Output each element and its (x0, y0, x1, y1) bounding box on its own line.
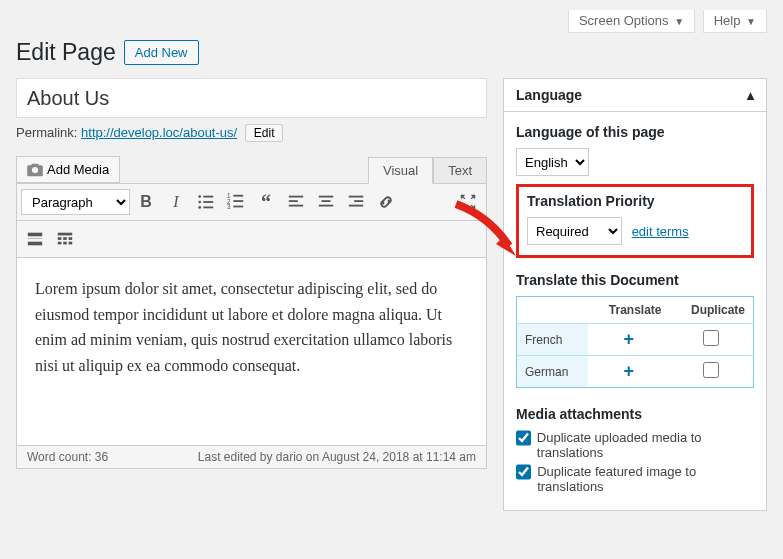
svg-rect-17 (322, 200, 331, 202)
th-duplicate: Duplicate (670, 297, 754, 324)
dup-featured-checkbox[interactable] (516, 464, 531, 480)
editor-toolbar: Paragraph B I 123 “ (16, 183, 487, 221)
format-select[interactable]: Paragraph (21, 189, 130, 215)
bullet-list-icon[interactable] (192, 188, 220, 216)
priority-select[interactable]: Required (527, 217, 622, 245)
duplicate-german-checkbox[interactable] (703, 362, 719, 378)
last-edited: Last edited by dario on August 24, 2018 … (198, 450, 476, 464)
svg-rect-30 (63, 242, 67, 245)
blockquote-icon[interactable]: “ (252, 188, 280, 216)
language-select[interactable]: English (516, 148, 589, 176)
svg-text:3: 3 (227, 203, 231, 210)
svg-rect-20 (354, 200, 363, 202)
svg-rect-8 (233, 195, 243, 197)
translate-german-button[interactable]: + (623, 361, 634, 381)
svg-rect-19 (349, 196, 363, 198)
svg-rect-18 (319, 205, 333, 207)
svg-rect-4 (203, 201, 213, 203)
numbered-list-icon[interactable]: 123 (222, 188, 250, 216)
svg-point-0 (33, 168, 36, 171)
media-attachments-heading: Media attachments (516, 406, 754, 422)
toolbar-toggle-icon[interactable] (51, 225, 79, 253)
edit-terms-link[interactable]: edit terms (632, 224, 689, 239)
screen-options-tab[interactable]: Screen Options ▼ (568, 10, 695, 33)
dup-uploaded-label: Duplicate uploaded media to translations (537, 430, 754, 460)
svg-rect-25 (58, 233, 72, 236)
svg-rect-23 (28, 238, 42, 239)
svg-rect-12 (233, 206, 243, 208)
translate-french-button[interactable]: + (623, 329, 634, 349)
word-count: Word count: 36 (27, 450, 108, 464)
collapse-icon: ▴ (747, 87, 754, 103)
align-right-icon[interactable] (342, 188, 370, 216)
svg-rect-6 (203, 207, 213, 209)
camera-icon (27, 163, 43, 177)
svg-rect-13 (289, 196, 303, 198)
page-title: Edit Page (16, 39, 116, 66)
lang-row-german: German (517, 356, 588, 388)
align-center-icon[interactable] (312, 188, 340, 216)
permalink-label: Permalink: (16, 125, 77, 140)
language-of-page-heading: Language of this page (516, 124, 754, 140)
translation-priority-callout: Translation Priority Required edit terms (516, 184, 754, 258)
svg-rect-22 (28, 233, 42, 237)
annotation-arrow (444, 196, 524, 266)
add-new-button[interactable]: Add New (124, 40, 199, 65)
permalink-edit-button[interactable]: Edit (245, 124, 284, 142)
svg-point-5 (198, 206, 201, 209)
svg-rect-27 (63, 237, 67, 240)
svg-rect-16 (319, 196, 333, 198)
lang-row-french: French (517, 324, 588, 356)
editor-tab-visual[interactable]: Visual (368, 157, 433, 184)
svg-rect-2 (203, 196, 213, 198)
link-icon[interactable] (372, 188, 400, 216)
svg-rect-10 (233, 200, 243, 202)
italic-icon[interactable]: I (162, 188, 190, 216)
language-panel-header[interactable]: Language ▴ (504, 79, 766, 112)
svg-rect-21 (349, 205, 363, 207)
readmore-icon[interactable] (21, 225, 49, 253)
add-media-button[interactable]: Add Media (16, 156, 120, 183)
editor-content[interactable]: Lorem ipsum dolor sit amet, consectetur … (16, 258, 487, 446)
svg-rect-14 (289, 200, 298, 202)
th-translate: Translate (588, 297, 670, 324)
svg-point-1 (198, 195, 201, 198)
svg-rect-26 (58, 237, 62, 240)
title-input[interactable] (16, 78, 487, 118)
bold-icon[interactable]: B (132, 188, 160, 216)
duplicate-french-checkbox[interactable] (703, 330, 719, 346)
dup-featured-label: Duplicate featured image to translations (537, 464, 754, 494)
svg-rect-24 (28, 242, 42, 246)
editor-tab-text[interactable]: Text (433, 157, 487, 183)
svg-rect-29 (58, 242, 62, 245)
svg-point-3 (198, 201, 201, 204)
permalink-url[interactable]: http://develop.loc/about-us/ (81, 125, 237, 140)
svg-rect-15 (289, 205, 303, 207)
dup-uploaded-checkbox[interactable] (516, 430, 531, 446)
help-tab[interactable]: Help ▼ (703, 10, 767, 33)
svg-rect-31 (69, 242, 73, 245)
align-left-icon[interactable] (282, 188, 310, 216)
translation-priority-heading: Translation Priority (527, 193, 743, 209)
translate-document-heading: Translate this Document (516, 272, 754, 288)
svg-rect-28 (69, 237, 73, 240)
